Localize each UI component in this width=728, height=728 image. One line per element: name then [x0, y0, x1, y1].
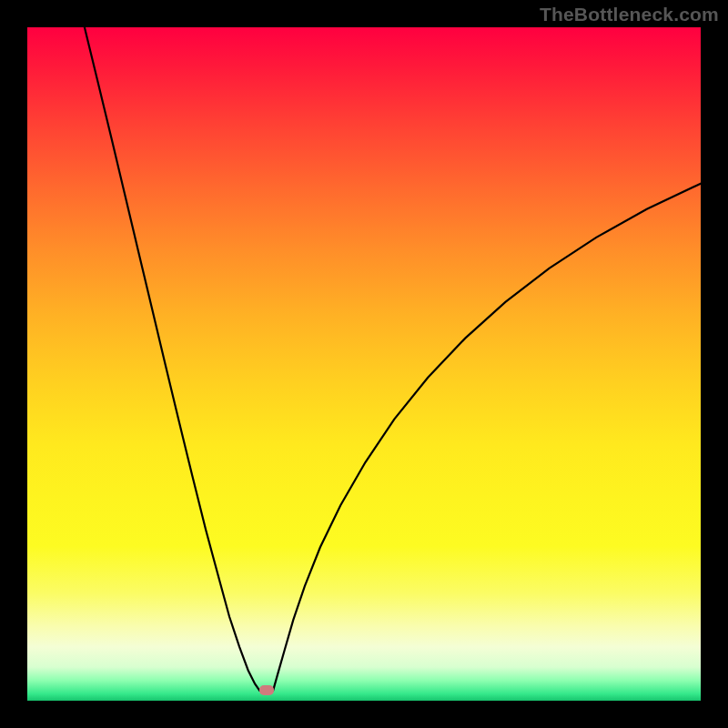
watermark-text: TheBottleneck.com: [540, 4, 719, 25]
chart-frame: TheBottleneck.com: [0, 0, 728, 728]
min-marker: [259, 685, 274, 695]
bottleneck-curve: [27, 27, 701, 701]
